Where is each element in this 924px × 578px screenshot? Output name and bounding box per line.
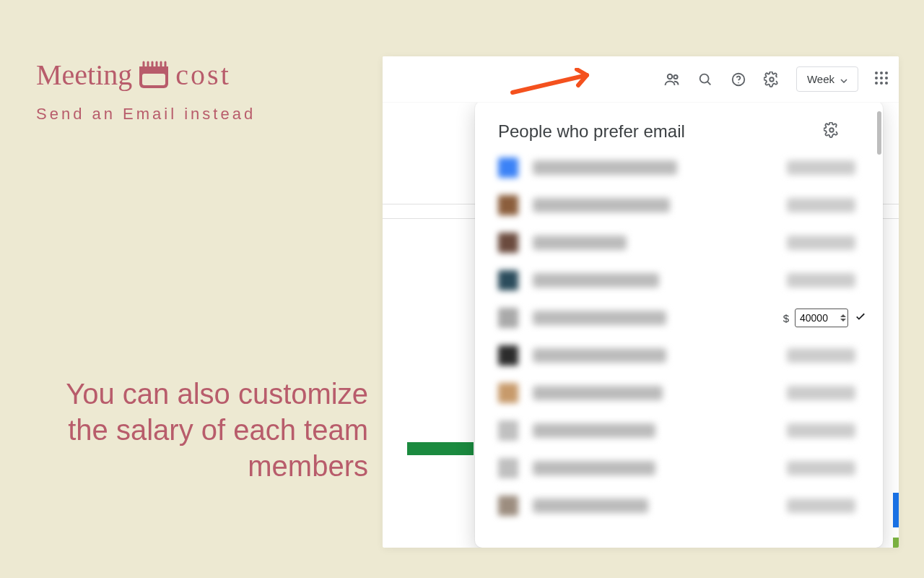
person-name-redacted [533,348,666,363]
svg-point-22 [875,82,878,85]
salary-value-redacted [787,198,855,212]
annotation-arrow [509,68,603,98]
salary-value-redacted [787,160,855,175]
calendar-icon [138,61,170,90]
avatar [498,270,518,290]
person-name-redacted [533,423,655,438]
svg-point-17 [880,72,883,74]
person-row[interactable] [498,194,874,217]
avatar [498,496,518,516]
app-screenshot-panel: Week People who prefer email $40000 [383,56,899,548]
svg-point-11 [700,74,709,82]
settings-gear-icon[interactable] [763,71,780,88]
svg-point-16 [875,72,878,74]
svg-point-10 [674,74,677,78]
avatar [498,233,518,253]
person-name-redacted [533,160,677,175]
popover-settings-gear-icon[interactable] [824,122,840,141]
avatar [498,458,518,478]
person-row[interactable] [498,457,874,480]
svg-point-18 [885,72,888,74]
person-row[interactable] [498,494,874,517]
person-name-redacted [533,198,670,212]
person-name-redacted [533,236,627,250]
search-icon[interactable] [697,71,714,88]
brand-word-2: cost [175,58,230,92]
calendar-toolbar: Week [383,56,899,103]
svg-point-24 [885,82,888,85]
chevron-down-icon [840,73,847,85]
salary-input[interactable]: 40000 [795,309,848,327]
popover-title: People who prefer email [498,121,685,142]
brand-word-1: Meeting [36,58,132,92]
calendar-event-block [407,442,474,455]
confirm-check-icon[interactable] [854,310,867,326]
svg-line-12 [707,81,710,84]
person-row[interactable] [498,344,874,367]
person-name-redacted [533,461,655,475]
salary-value-redacted [787,499,855,513]
salary-value-redacted [787,386,855,400]
salary-value-redacted [787,348,855,363]
avatar [498,158,518,178]
svg-point-19 [875,77,878,79]
salary-value-redacted [787,423,855,438]
salary-editor: $40000 [783,309,867,327]
avatar [498,345,518,366]
people-icon[interactable] [663,71,681,88]
salary-value-redacted [787,236,855,250]
svg-point-14 [738,82,739,83]
person-name-redacted [533,311,666,325]
salary-value: 40000 [800,312,828,324]
svg-point-23 [880,82,883,85]
person-row[interactable] [498,269,874,292]
person-row[interactable]: $40000 [498,306,874,329]
salary-value-redacted [787,461,855,475]
calendar-event-block [893,493,899,527]
svg-rect-8 [142,74,165,85]
person-name-redacted [533,386,663,400]
svg-point-15 [770,77,774,82]
view-switcher-label: Week [807,73,834,85]
svg-point-25 [829,128,834,132]
scrollbar-thumb[interactable] [877,111,881,155]
calendar-event-block [893,538,899,548]
person-row[interactable] [498,156,874,179]
brand-logo: Meeting cost [36,58,231,92]
marketing-copy: You can also customize the salary of eac… [36,376,368,484]
person-row[interactable] [498,231,874,254]
salary-value-redacted [787,273,855,288]
people-popover: People who prefer email $40000 [475,101,883,548]
svg-point-21 [885,77,888,79]
avatar [498,383,518,403]
svg-point-9 [668,74,672,78]
stepper-arrows-icon[interactable] [840,314,846,322]
person-name-redacted [533,499,648,513]
view-switcher-button[interactable]: Week [796,66,858,92]
person-row[interactable] [498,381,874,405]
apps-grid-icon[interactable] [874,71,889,88]
person-row[interactable] [498,419,874,442]
help-icon[interactable] [730,71,747,88]
avatar [498,195,518,215]
currency-symbol: $ [783,312,789,324]
avatar [498,420,518,441]
avatar [498,308,518,328]
person-name-redacted [533,273,659,288]
svg-point-20 [880,77,883,79]
brand-tagline: Send an Email instead [36,105,256,124]
